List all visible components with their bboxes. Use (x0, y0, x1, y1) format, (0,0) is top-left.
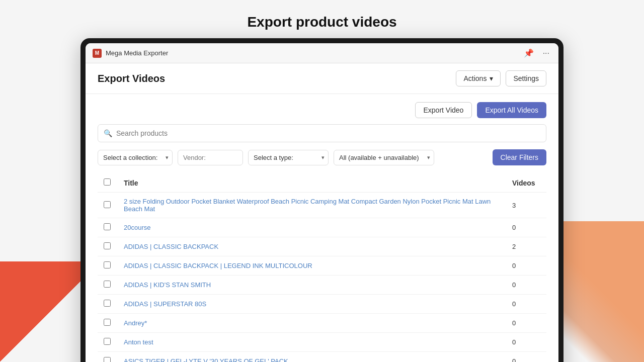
row-checkbox[interactable] (104, 281, 111, 288)
row-title: 2 size Folding Outdoor Pocket Blanket Wa… (118, 193, 506, 218)
settings-button[interactable]: Settings (506, 70, 546, 86)
row-checkbox-cell (98, 256, 118, 276)
product-link[interactable]: ADIDAS | CLASSIC BACKPACK (124, 243, 218, 250)
row-title: Anton test (118, 333, 506, 352)
actions-arrow-icon: ▾ (490, 74, 493, 82)
row-checkbox-cell (98, 295, 118, 314)
row-videos: 3 (506, 193, 546, 218)
export-video-button[interactable]: Export Video (415, 102, 472, 118)
row-videos: 0 (506, 333, 546, 352)
row-videos: 0 (506, 276, 546, 295)
page-heading: Export product videos (0, 0, 644, 38)
row-checkbox[interactable] (104, 357, 111, 362)
filter-row: Select a collection: Select a type: All … (98, 149, 546, 165)
actions-button[interactable]: Actions ▾ (456, 70, 501, 86)
app-title: Export Videos (98, 73, 165, 84)
app-header: Export Videos Actions ▾ Settings (86, 63, 558, 94)
row-title: ADIDAS | CLASSIC BACKPACK (118, 237, 506, 256)
export-all-videos-button[interactable]: Export All Videos (477, 102, 546, 118)
table-row: Anton test0 (98, 333, 546, 352)
device-inner: M Mega Media Exporter 📌 ··· Export Video… (86, 43, 558, 362)
table-row: Andrey*0 (98, 314, 546, 333)
vendor-filter[interactable] (178, 150, 243, 165)
row-title: ADIDAS | CLASSIC BACKPACK | LEGEND INK M… (118, 256, 506, 276)
collection-filter[interactable]: Select a collection: (98, 150, 173, 165)
row-title: Andrey* (118, 314, 506, 333)
pin-button[interactable]: 📌 (522, 47, 536, 59)
row-videos: 0 (506, 218, 546, 237)
app-icon: M (93, 49, 102, 58)
row-checkbox[interactable] (104, 223, 111, 230)
row-title: ADIDAS | SUPERSTAR 80S (118, 295, 506, 314)
table-row: 2 size Folding Outdoor Pocket Blanket Wa… (98, 193, 546, 218)
search-input[interactable] (98, 124, 546, 142)
clear-filters-button[interactable]: Clear Filters (493, 149, 546, 165)
videos-header: Videos (506, 173, 546, 193)
row-checkbox[interactable] (104, 319, 111, 326)
row-videos: 0 (506, 314, 546, 333)
row-title: ADIDAS | KID'S STAN SMITH (118, 276, 506, 295)
table-row: ADIDAS | CLASSIC BACKPACK2 (98, 237, 546, 256)
select-all-checkbox[interactable] (104, 178, 111, 186)
search-icon: 🔍 (104, 129, 112, 137)
collection-filter-wrap: Select a collection: (98, 150, 173, 165)
availability-filter-wrap: All (available + unavailable) (334, 150, 434, 165)
ellipsis-button[interactable]: ··· (541, 48, 551, 59)
product-link[interactable]: ADIDAS | SUPERSTAR 80S (124, 300, 206, 308)
row-checkbox-cell (98, 314, 118, 333)
content-area: Export Video Export All Videos 🔍 Select … (86, 94, 558, 362)
header-buttons: Actions ▾ Settings (456, 70, 546, 86)
table-row: ADIDAS | CLASSIC BACKPACK | LEGEND INK M… (98, 256, 546, 276)
title-bar-actions: 📌 ··· (522, 47, 551, 59)
table-row: ADIDAS | KID'S STAN SMITH0 (98, 276, 546, 295)
export-row: Export Video Export All Videos (98, 94, 546, 124)
search-bar: 🔍 (98, 124, 546, 142)
row-checkbox-cell (98, 276, 118, 295)
row-checkbox-cell (98, 333, 118, 352)
product-link[interactable]: ASICS TIGER | GEL-LYTE V '30 YEARS OF GE… (124, 357, 288, 362)
table-row: 20course0 (98, 218, 546, 237)
row-checkbox[interactable] (104, 261, 111, 268)
table-row: ADIDAS | SUPERSTAR 80S0 (98, 295, 546, 314)
actions-label: Actions (463, 74, 487, 82)
availability-filter[interactable]: All (available + unavailable) (334, 150, 434, 165)
row-videos: 0 (506, 295, 546, 314)
title-header: Title (118, 173, 506, 193)
products-table: Title Videos 2 size Folding Outdoor Pock… (98, 173, 546, 362)
row-checkbox[interactable] (104, 338, 111, 345)
row-checkbox-cell (98, 237, 118, 256)
row-videos: 2 (506, 237, 546, 256)
type-filter-wrap: Select a type: (248, 150, 329, 165)
title-bar: M Mega Media Exporter 📌 ··· (86, 43, 558, 63)
product-link[interactable]: 20course (124, 224, 150, 231)
product-link[interactable]: Anton test (124, 338, 153, 346)
select-all-header (98, 173, 118, 193)
row-videos: 0 (506, 352, 546, 363)
device-frame: M Mega Media Exporter 📌 ··· Export Video… (80, 38, 564, 362)
product-link[interactable]: 2 size Folding Outdoor Pocket Blanket Wa… (124, 198, 491, 213)
row-checkbox[interactable] (104, 201, 111, 208)
row-checkbox[interactable] (104, 242, 111, 249)
row-checkbox[interactable] (104, 300, 111, 307)
product-link[interactable]: ADIDAS | CLASSIC BACKPACK | LEGEND INK M… (124, 262, 312, 269)
row-checkbox-cell (98, 218, 118, 237)
row-title: ASICS TIGER | GEL-LYTE V '30 YEARS OF GE… (118, 352, 506, 363)
product-link[interactable]: ADIDAS | KID'S STAN SMITH (124, 281, 211, 289)
table-row: ASICS TIGER | GEL-LYTE V '30 YEARS OF GE… (98, 352, 546, 363)
row-checkbox-cell (98, 193, 118, 218)
app-body: Export Videos Actions ▾ Settings Export … (86, 63, 558, 362)
row-videos: 0 (506, 256, 546, 276)
row-checkbox-cell (98, 352, 118, 363)
app-name: Mega Media Exporter (106, 49, 518, 57)
type-filter[interactable]: Select a type: (248, 150, 329, 165)
row-title: 20course (118, 218, 506, 237)
product-link[interactable]: Andrey* (124, 319, 147, 327)
